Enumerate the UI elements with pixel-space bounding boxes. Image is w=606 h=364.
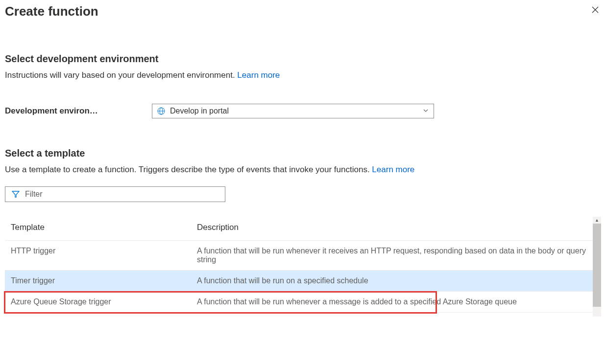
filter-icon	[11, 190, 20, 199]
template-desc-text: Use a template to create a function. Tri…	[5, 165, 372, 174]
table-row[interactable]: Azure Queue Storage trigger A function t…	[5, 292, 600, 313]
template-desc: A function that will be run whenever it …	[191, 241, 600, 271]
caret-up-icon: ▲	[595, 218, 599, 223]
table-row[interactable]: Timer trigger A function that will be ru…	[5, 271, 600, 292]
scrollbar-thumb[interactable]	[593, 224, 601, 307]
template-desc: A function that will be run on a specifi…	[191, 271, 600, 292]
globe-icon	[157, 107, 165, 115]
template-name: HTTP trigger	[5, 241, 191, 271]
col-header-description[interactable]: Description	[191, 217, 600, 241]
dev-env-value: Develop in portal	[170, 107, 229, 115]
svg-marker-5	[12, 191, 19, 197]
table-row[interactable]: HTTP trigger A function that will be run…	[5, 241, 600, 271]
dev-env-label: Development environ…	[5, 106, 152, 116]
scrollbar-up-button[interactable]: ▲	[593, 217, 601, 224]
col-header-template[interactable]: Template	[5, 217, 191, 241]
template-desc: A function that will be run whenever a m…	[191, 292, 600, 313]
env-desc-text: Instructions will vary based on your dev…	[5, 70, 237, 80]
dev-env-dropdown[interactable]: Develop in portal	[152, 104, 434, 118]
template-description: Use a template to create a function. Tri…	[5, 165, 601, 175]
env-learn-more-link[interactable]: Learn more	[237, 70, 280, 80]
close-icon	[591, 7, 599, 15]
template-name: Azure Queue Storage trigger	[5, 292, 191, 313]
templates-table: Template Description HTTP trigger A func…	[5, 217, 600, 313]
filter-input[interactable]	[25, 190, 219, 199]
chevron-down-icon	[423, 107, 429, 115]
filter-box[interactable]	[5, 186, 225, 202]
env-heading: Select development environment	[5, 53, 601, 65]
env-description: Instructions will vary based on your dev…	[5, 70, 601, 80]
close-button[interactable]	[589, 4, 601, 18]
page-title: Create function	[5, 4, 98, 19]
template-learn-more-link[interactable]: Learn more	[372, 165, 414, 174]
template-heading: Select a template	[5, 148, 601, 159]
template-name: Timer trigger	[5, 271, 191, 292]
